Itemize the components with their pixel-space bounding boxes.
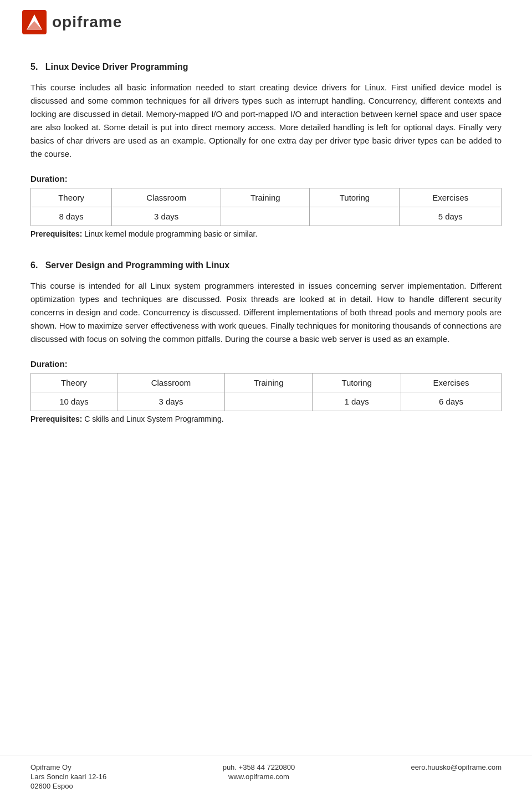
logo-text: opiframe bbox=[52, 13, 122, 31]
cell-tutoring: 1 days bbox=[313, 392, 401, 411]
col-classroom: Classroom bbox=[117, 374, 224, 392]
col-exercises: Exercises bbox=[400, 188, 502, 207]
section5-table: Theory Classroom Training Tutoring Exerc… bbox=[30, 188, 502, 226]
table-header-row: Theory Classroom Training Tutoring Exerc… bbox=[31, 188, 502, 207]
footer-website: www.opiframe.com bbox=[223, 773, 295, 781]
footer: Opiframe Oy Lars Soncin kaari 12-16 0260… bbox=[0, 755, 532, 798]
section6-prereq-label: Prerequisites: bbox=[30, 415, 82, 423]
section6-table: Theory Classroom Training Tutoring Exerc… bbox=[30, 373, 502, 411]
cell-exercises: 6 days bbox=[401, 392, 502, 411]
cell-theory: 8 days bbox=[31, 207, 112, 226]
section6-prereq-text: C skills and Linux System Programming. bbox=[84, 415, 223, 423]
cell-classroom: 3 days bbox=[117, 392, 224, 411]
col-theory: Theory bbox=[31, 188, 112, 207]
cell-tutoring bbox=[310, 207, 400, 226]
footer-phone: puh. +358 44 7220800 bbox=[223, 763, 295, 771]
section5-duration-label: Duration: bbox=[30, 174, 502, 183]
cell-exercises: 5 days bbox=[400, 207, 502, 226]
section6-prerequisites: Prerequisites: C skills and Linux System… bbox=[30, 415, 502, 423]
footer-right: eero.huusko@opiframe.com bbox=[411, 763, 502, 771]
col-training: Training bbox=[221, 188, 310, 207]
logo-icon bbox=[22, 10, 47, 34]
footer-left: Opiframe Oy Lars Soncin kaari 12-16 0260… bbox=[30, 763, 106, 790]
cell-training bbox=[225, 392, 313, 411]
footer-address1: Lars Soncin kaari 12-16 bbox=[30, 773, 106, 781]
section5-title: 5. Linux Device Driver Programming bbox=[30, 62, 502, 72]
section6-body: This course is intended for all Linux sy… bbox=[30, 279, 502, 346]
section5-number: 5. bbox=[30, 62, 38, 71]
section5-prereq-label: Prerequisites: bbox=[30, 229, 82, 238]
header: opiframe bbox=[0, 0, 532, 40]
logo-container: opiframe bbox=[22, 10, 510, 34]
section6-number: 6. bbox=[30, 260, 38, 270]
cell-theory: 10 days bbox=[31, 392, 117, 411]
cell-classroom: 3 days bbox=[112, 207, 221, 226]
section6-title-text: Server Design and Programming with Linux bbox=[45, 260, 230, 270]
footer-company: Opiframe Oy bbox=[30, 763, 106, 771]
col-classroom: Classroom bbox=[112, 188, 221, 207]
col-training: Training bbox=[225, 374, 313, 392]
table-row: 10 days 3 days 1 days 6 days bbox=[31, 392, 502, 411]
main-content: 5. Linux Device Driver Programming This … bbox=[0, 40, 532, 484]
col-tutoring: Tutoring bbox=[313, 374, 401, 392]
table-row: 8 days 3 days 5 days bbox=[31, 207, 502, 226]
col-theory: Theory bbox=[31, 374, 117, 392]
section6-title: 6. Server Design and Programming with Li… bbox=[30, 260, 502, 270]
col-exercises: Exercises bbox=[401, 374, 502, 392]
section5-title-text: Linux Device Driver Programming bbox=[45, 62, 188, 71]
footer-address2: 02600 Espoo bbox=[30, 782, 106, 790]
table-header-row: Theory Classroom Training Tutoring Exerc… bbox=[31, 374, 502, 392]
footer-email: eero.huusko@opiframe.com bbox=[411, 763, 502, 771]
section5-body: This course includes all basic informati… bbox=[30, 81, 502, 161]
footer-center: puh. +358 44 7220800 www.opiframe.com bbox=[223, 763, 295, 781]
section5-prerequisites: Prerequisites: Linux kernel module progr… bbox=[30, 229, 502, 238]
section5-prereq-text: Linux kernel module programming basic or… bbox=[84, 229, 257, 238]
col-tutoring: Tutoring bbox=[310, 188, 400, 207]
cell-training bbox=[221, 207, 310, 226]
section6-duration-label: Duration: bbox=[30, 359, 502, 369]
